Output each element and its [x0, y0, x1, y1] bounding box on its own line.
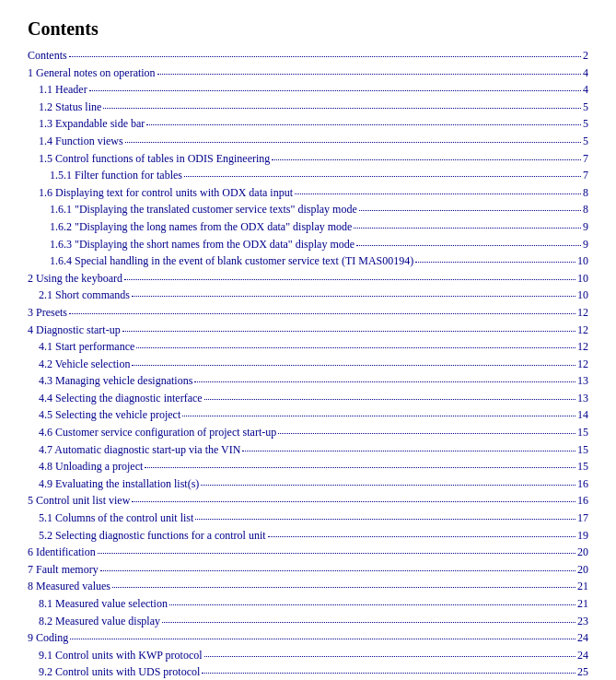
toc-dots — [278, 433, 575, 434]
toc-dots — [132, 501, 575, 502]
toc-page: 9 — [583, 236, 588, 253]
toc-dots — [103, 108, 581, 109]
toc-dots — [194, 381, 575, 382]
toc-dots — [415, 262, 575, 263]
toc-dots — [70, 639, 575, 639]
toc-label: 8 Measured values — [28, 578, 110, 595]
toc-entry: 4 Diagnostic start-up12 — [28, 322, 588, 339]
toc-entry: 1.6.3 "Displaying the short names from t… — [28, 236, 588, 253]
toc-dots — [202, 673, 575, 674]
toc-label: 4.7 Automatic diagnostic start-up via th… — [39, 441, 240, 459]
toc-entry: 1.1 Header4 — [28, 81, 588, 99]
toc-label: 1.3 Expandable side bar — [39, 115, 145, 133]
toc-entry: 1.4 Function views5 — [28, 133, 588, 150]
toc-entry: 4.6 Customer service configuration of pr… — [28, 424, 588, 441]
toc-dots — [132, 296, 575, 297]
toc-page: 12 — [577, 338, 588, 356]
toc-dots — [354, 228, 581, 229]
toc-dots — [195, 519, 575, 520]
toc-page: 25 — [577, 663, 588, 680]
toc-label: 8.1 Measured value selection — [39, 595, 168, 613]
toc-label: 8.2 Measured value display — [39, 613, 160, 630]
toc-label: 2 Using the keyboard — [28, 270, 122, 287]
toc-entry: 4.1 Start performance12 — [28, 338, 588, 356]
toc-entry: 5.1 Columns of the control unit list17 — [28, 510, 588, 527]
toc-entry: 8 Measured values21 — [28, 578, 588, 595]
toc-entry: 5.2 Selecting diagnostic functions for a… — [28, 527, 588, 545]
toc-label: 9.1 Control units with KWP protocol — [39, 647, 203, 664]
toc-page: 4 — [583, 64, 588, 82]
toc-label: 4.3 Managing vehicle designations — [39, 372, 192, 390]
toc-page: 12 — [577, 356, 588, 373]
toc-entry: 9 Coding24 — [28, 629, 588, 647]
toc-entry: 1.5.1 Filter function for tables7 — [28, 167, 588, 184]
toc-label: 4.1 Start performance — [39, 338, 134, 356]
toc-label: 1 General notes on operation — [28, 64, 156, 82]
toc-dots — [268, 536, 575, 537]
toc-page: 14 — [577, 406, 588, 424]
toc-entry: 1.5 Control functions of tables in ODIS … — [28, 150, 588, 168]
toc-label: 6 Identification — [28, 544, 96, 561]
toc-entry: 1.2 Status line5 — [28, 99, 588, 116]
toc-label: 4.4 Selecting the diagnostic interface — [39, 390, 203, 407]
toc-page: 23 — [577, 613, 588, 630]
toc-page: 8 — [583, 201, 588, 218]
toc-page: 16 — [577, 492, 588, 510]
toc-label: 1.5.1 Filter function for tables — [50, 167, 182, 184]
toc-entry: 4.2 Vehicle selection12 — [28, 356, 588, 373]
toc-label: 3 Presets — [28, 304, 67, 322]
toc-label: Contents — [28, 47, 67, 64]
toc-page: 21 — [577, 595, 588, 613]
toc-entry: Contents2 — [28, 47, 588, 64]
toc-dots — [204, 399, 575, 400]
toc-dots — [112, 587, 575, 588]
toc-page: 7 — [583, 150, 588, 168]
toc-page: 4 — [583, 81, 588, 99]
toc-label: 1.2 Status line — [39, 99, 101, 116]
toc-page: 5 — [583, 99, 588, 116]
toc-label: 4.6 Customer service configuration of pr… — [39, 424, 276, 441]
toc-dots — [69, 313, 575, 314]
toc-label: 2.1 Short commands — [39, 287, 130, 304]
toc-page: 16 — [577, 475, 588, 493]
toc-dots — [272, 159, 581, 160]
toc-label: 1.1 Header — [39, 81, 87, 99]
toc-page: 10 — [577, 287, 588, 304]
toc-label: 7 Fault memory — [28, 561, 99, 579]
toc-label: 4 Diagnostic start-up — [28, 322, 121, 339]
toc-entry: 1.6.4 Special handling in the event of b… — [28, 252, 588, 270]
toc-entry: 1.6 Displaying text for control units wi… — [28, 184, 588, 202]
toc-entry: 1 General notes on operation4 — [28, 64, 588, 82]
toc-label: 4.2 Vehicle selection — [39, 356, 130, 373]
toc-dots — [69, 56, 581, 57]
toc-label: 1.6.2 "Displaying the long names from th… — [50, 218, 352, 236]
toc-page: 9 — [583, 218, 588, 236]
toc-dots — [132, 365, 575, 366]
toc-dots — [122, 331, 575, 332]
toc-dots — [184, 176, 581, 177]
toc-entry: 8.1 Measured value selection21 — [28, 595, 588, 613]
toc-page: 15 — [577, 458, 588, 475]
toc-entry: 1.3 Expandable side bar5 — [28, 115, 588, 133]
toc-dots — [169, 604, 575, 605]
toc-entry: 4.8 Unloading a project15 — [28, 458, 588, 475]
toc-entry: 4.9 Evaluating the installation list(s)1… — [28, 475, 588, 493]
toc-label: 1.6.1 "Displaying the translated custome… — [50, 201, 357, 218]
toc-dots — [136, 347, 575, 348]
toc-page: 12 — [577, 322, 588, 339]
toc-entry: 1.6.2 "Displaying the long names from th… — [28, 218, 588, 236]
toc-label: 1.4 Function views — [39, 133, 123, 150]
toc-entry: 9.2 Control units with UDS protocol25 — [28, 663, 588, 680]
toc-entry: 2.1 Short commands10 — [28, 287, 588, 304]
toc-label: 9 Coding — [28, 629, 68, 647]
toc-dots — [98, 553, 575, 554]
toc-page: 19 — [577, 527, 588, 545]
toc-entry: 4.3 Managing vehicle designations13 — [28, 372, 588, 390]
toc-dots — [295, 193, 581, 194]
toc-label: 5.1 Columns of the control unit list — [39, 510, 193, 527]
toc-entry: 8.2 Measured value display23 — [28, 613, 588, 630]
toc-page: 20 — [577, 561, 588, 579]
toc-dots — [359, 210, 581, 211]
toc-entry: 6 Identification20 — [28, 544, 588, 561]
toc-dots — [356, 245, 581, 246]
